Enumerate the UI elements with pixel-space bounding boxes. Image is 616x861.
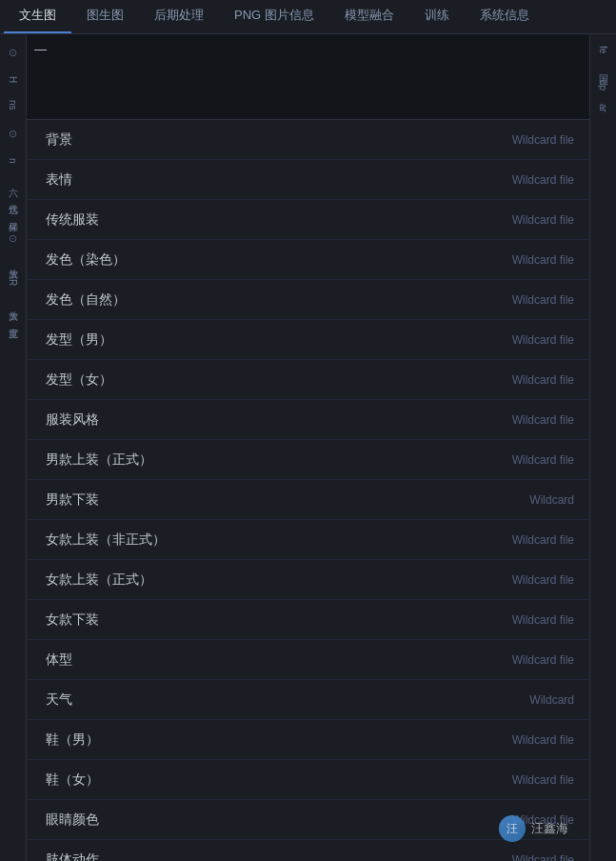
item-label: 体型 (46, 651, 72, 669)
item-label: 发色（染色） (46, 251, 126, 269)
list-item[interactable]: 发型（女） Wildcard file (27, 360, 589, 400)
right-sidebar: fe 国 dp ar (589, 34, 616, 861)
item-type: Wildcard file (512, 173, 574, 187)
item-type: Wildcard file (512, 213, 574, 227)
watermark-name: 汪鑫海 (531, 820, 568, 837)
list-item[interactable]: 鞋（男） Wildcard file (27, 720, 589, 760)
right-label-fe: fe (596, 42, 610, 57)
prompt-area: — (27, 34, 589, 120)
item-type: Wildcard file (512, 533, 574, 547)
tab-train[interactable]: 训练 (409, 0, 465, 33)
item-type: Wildcard file (512, 293, 574, 307)
tab-txt2img[interactable]: 文生图 (4, 0, 71, 33)
item-type: Wildcard file (512, 573, 574, 587)
tab-pnginfo[interactable]: PNG 图片信息 (219, 0, 329, 33)
wildcard-list-container: 背景 Wildcard file 表情 Wildcard file 传统服装 W… (27, 120, 589, 861)
tab-merge[interactable]: 模型融合 (329, 0, 409, 33)
list-item[interactable]: 女款下装 Wildcard file (27, 600, 589, 640)
watermark-avatar: 汪 (499, 815, 526, 842)
item-type: Wildcard file (512, 613, 574, 627)
sidebar-n-label: n (6, 154, 20, 168)
item-label: 女款下装 (46, 611, 99, 629)
item-type: Wildcard file (512, 733, 574, 747)
list-item[interactable]: 男款下装 Wildcard (27, 480, 589, 520)
list-item[interactable]: 背景 Wildcard file (27, 120, 589, 160)
item-label: 天气 (46, 691, 72, 709)
tab-postprocess[interactable]: 后期处理 (139, 0, 219, 33)
toggle-control-2[interactable]: ⊙ (3, 124, 24, 145)
right-label-guo: 国 (595, 63, 612, 70)
item-label: 女款上装（非正式） (46, 531, 166, 549)
item-label: 发型（女） (46, 371, 112, 389)
item-label: 男款下装 (46, 491, 99, 509)
item-label: 传统服装 (46, 211, 99, 229)
toggle-control-3[interactable]: ⊙ (3, 228, 24, 249)
item-label: 眼睛颜色 (46, 811, 99, 829)
item-label: 女款上装（正式） (46, 571, 152, 589)
list-item[interactable]: 发色（染色） Wildcard file (27, 240, 589, 280)
sidebar-width-label: 宽度 (5, 317, 22, 325)
tab-img2img[interactable]: 图生图 (71, 0, 139, 33)
item-label: 肢体动作 (46, 851, 99, 862)
item-type: Wildcard (529, 493, 574, 507)
item-type: Wildcard file (512, 413, 574, 427)
list-item[interactable]: 肢体动作 Wildcard file (27, 840, 589, 861)
tab-sysinfo[interactable]: 系统信息 (465, 0, 545, 33)
item-type: Wildcard file (512, 373, 574, 387)
list-item[interactable]: 女款上装（正式） Wildcard file (27, 560, 589, 600)
sidebar-enlarge-label: 放大 (5, 258, 22, 266)
list-item[interactable]: 发型（男） Wildcard file (27, 320, 589, 360)
list-item[interactable]: 男款上装（正式） Wildcard file (27, 440, 589, 480)
item-type: Wildcard file (512, 773, 574, 787)
item-type: Wildcard file (512, 853, 574, 862)
item-label: 男款上装（正式） (46, 451, 152, 469)
sidebar-r-label: R (6, 275, 20, 290)
list-item[interactable]: 鞋（女） Wildcard file (27, 760, 589, 800)
item-type: Wildcard file (512, 253, 574, 267)
right-label-ar: ar (596, 100, 610, 116)
list-item[interactable]: 女款上装（非正式） Wildcard file (27, 520, 589, 560)
sidebar-sample-label: 采样 (5, 210, 22, 218)
sidebar-h-label: H (6, 72, 20, 87)
list-item[interactable]: 天气 Wildcard (27, 680, 589, 720)
list-item[interactable]: 服装风格 Wildcard file (27, 400, 589, 440)
prompt-textarea[interactable]: — (34, 42, 582, 111)
list-item[interactable]: 表情 Wildcard file (27, 160, 589, 200)
watermark: 汪 汪鑫海 (499, 815, 568, 842)
item-label: 背景 (46, 131, 72, 149)
center-panel: — 背景 Wildcard file 表情 Wildcard file 传统服装… (27, 34, 589, 861)
sidebar-iter-label: 迭代 (5, 193, 22, 201)
item-label: 发色（自然） (46, 291, 126, 309)
item-label: 表情 (46, 171, 72, 189)
list-item[interactable]: 体型 Wildcard file (27, 640, 589, 680)
item-type: Wildcard file (512, 133, 574, 147)
item-type: Wildcard file (512, 453, 574, 467)
sidebar-ns-label: ns (6, 96, 20, 114)
item-label: 鞋（女） (46, 771, 99, 789)
right-label-dp: dp (596, 76, 610, 94)
list-item[interactable]: 传统服装 Wildcard file (27, 200, 589, 240)
sidebar-six-label: 六 (5, 176, 22, 184)
item-label: 发型（男） (46, 331, 112, 349)
list-item[interactable]: 发色（自然） Wildcard file (27, 280, 589, 320)
wildcard-list[interactable]: 背景 Wildcard file 表情 Wildcard file 传统服装 W… (27, 120, 589, 861)
main-content: ⊙ H ns ⊙ n 六 迭代 采样 ⊙ 放大 R 放大 宽度 — 背景 Wil… (0, 34, 616, 861)
tab-bar: 文生图 图生图 后期处理 PNG 图片信息 模型融合 训练 系统信息 (0, 0, 616, 34)
item-type: Wildcard file (512, 333, 574, 347)
left-sidebar: ⊙ H ns ⊙ n 六 迭代 采样 ⊙ 放大 R 放大 宽度 (0, 34, 27, 861)
item-type: Wildcard file (512, 653, 574, 667)
item-type: Wildcard (529, 693, 574, 707)
item-label: 鞋（男） (46, 731, 99, 749)
item-label: 服装风格 (46, 411, 99, 429)
toggle-control-1[interactable]: ⊙ (3, 42, 24, 63)
sidebar-enlarge2-label: 放大 (5, 300, 22, 308)
